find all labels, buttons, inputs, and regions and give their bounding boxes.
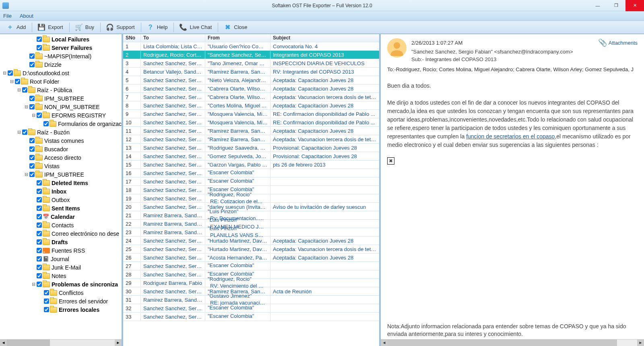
close-window-button[interactable]: ✕ — [625, 0, 644, 11]
tree-item[interactable]: 📓Journal — [0, 255, 122, 263]
tree-item[interactable]: Contacts — [0, 221, 122, 229]
tree-item[interactable]: Outbox — [0, 196, 122, 204]
tree-checkbox[interactable] — [22, 87, 27, 93]
tree-item[interactable]: Sent Items — [0, 204, 122, 212]
folder-tree[interactable]: Local FailuresServer Failures~MAPISP(Int… — [0, 34, 122, 339]
message-row[interactable]: 12Sanchez Sanchez, Sergio F..."Ramirez B… — [123, 135, 379, 144]
expand-toggle-icon[interactable]: ⊟ — [31, 113, 37, 118]
tree-checkbox[interactable] — [44, 299, 49, 304]
tree-checkbox[interactable] — [37, 231, 42, 236]
tree-checkbox[interactable] — [29, 172, 35, 177]
tree-item[interactable]: Server Failures — [0, 43, 122, 52]
tree-checkbox[interactable] — [37, 206, 42, 211]
menu-about[interactable]: About — [20, 13, 33, 19]
attachments-link[interactable]: 📎 Attachments — [598, 38, 638, 47]
message-row[interactable]: 26Sanchez Sanchez, Sergio F..."Acosta He… — [123, 253, 379, 262]
expand-toggle-icon[interactable]: ⊟ — [23, 104, 29, 109]
tree-item[interactable]: Formularios de organizac — [0, 119, 122, 128]
buy-button[interactable]: 🛒Buy — [70, 22, 99, 33]
close-button[interactable]: ✖Close — [219, 22, 252, 33]
add-button[interactable]: ＋Add — [2, 22, 30, 33]
message-row[interactable]: 6Sanchez Sanchez, Sergio F..."Cabrera Ol… — [123, 84, 379, 93]
tree-item[interactable]: Acceso directo — [0, 153, 122, 162]
message-row[interactable]: 2Rodriguez, Rocio; Cortes ..."Sanchez Sa… — [123, 51, 379, 59]
tree-checkbox[interactable] — [37, 214, 42, 219]
tree-checkbox[interactable] — [37, 189, 42, 194]
maximize-button[interactable]: ❐ — [607, 0, 625, 11]
tree-item[interactable]: Drafts — [0, 238, 122, 246]
scroll-left-icon[interactable]: ◄ — [0, 340, 7, 346]
message-row[interactable]: 7Sanchez Sanchez, Sergio F..."Cabrera Ol… — [123, 93, 379, 101]
tree-checkbox[interactable] — [44, 307, 49, 312]
tree-checkbox[interactable] — [29, 163, 35, 169]
tree-checkbox[interactable] — [29, 138, 35, 143]
body-link[interactable]: funcion de secretarios en el copaso — [466, 133, 555, 140]
tree-checkbox[interactable] — [37, 282, 42, 287]
message-row[interactable]: 17Sanchez Sanchez, Sergio F..."Escaner C… — [123, 177, 379, 186]
scroll-right-icon[interactable]: ► — [637, 340, 644, 346]
tree-checkbox[interactable] — [37, 265, 42, 270]
tree-checkbox[interactable] — [44, 290, 49, 295]
tree-checkbox[interactable] — [37, 180, 42, 185]
message-row[interactable]: 24Sanchez Sanchez, Sergio F..."Hurtado M… — [123, 237, 379, 245]
message-row[interactable]: 33Sanchez Sanchez, Sergio F..."Escaner C… — [123, 313, 379, 321]
support-button[interactable]: 🎧Support — [101, 22, 139, 33]
tree-item[interactable]: ⊟IPM_SUBTREE — [0, 170, 122, 179]
tree-checkbox[interactable] — [29, 155, 35, 160]
tree-item[interactable]: Correo electrónico no dese — [0, 229, 122, 238]
preview-h-scrollbar[interactable]: ◄ ► — [381, 339, 644, 346]
expand-toggle-icon[interactable]: ⊟ — [9, 79, 15, 84]
message-row[interactable]: 11Sanchez Sanchez, Sergio F..."Ramirez B… — [123, 127, 379, 135]
tree-item[interactable]: ⊟Root Folder — [0, 77, 122, 86]
tree-item[interactable]: ⊟NON_IPM_SUBTREE — [0, 103, 122, 111]
tree-checkbox[interactable] — [29, 146, 35, 152]
message-row[interactable]: 13Sanchez Sanchez, Sergio F..."Rodriguez… — [123, 144, 379, 152]
help-button[interactable]: ?Help — [142, 22, 172, 33]
livechat-button[interactable]: 📞Live Chat — [175, 22, 216, 33]
menu-file[interactable]: File — [3, 13, 12, 19]
message-row[interactable]: 14Sanchez Sanchez, Sergio F..."Gomez Sep… — [123, 152, 379, 161]
tree-item[interactable]: ⊟EFORMS REGISTRY — [0, 111, 122, 119]
tree-h-scrollbar[interactable]: ◄ ► — [0, 339, 122, 346]
tree-checkbox[interactable] — [8, 70, 13, 76]
tree-item[interactable]: Local Failures — [0, 35, 122, 43]
tree-checkbox[interactable] — [37, 273, 42, 278]
tree-item[interactable]: Buscador — [0, 145, 122, 153]
tree-item[interactable]: Vistas — [0, 162, 122, 170]
tree-item[interactable]: Inbox — [0, 187, 122, 196]
tree-item[interactable]: Errores del servidor — [0, 297, 122, 305]
message-list[interactable]: 1Lista Colombia; Lista Colo..."Usuario G… — [123, 42, 379, 346]
message-row[interactable]: 25Sanchez Sanchez, Sergio F..."Hurtado M… — [123, 245, 379, 253]
tree-item[interactable]: ⊟Raíz - Pública — [0, 86, 122, 94]
expand-toggle-icon[interactable]: ⊟ — [16, 87, 22, 93]
tree-checkbox[interactable] — [29, 96, 35, 101]
tree-checkbox[interactable] — [29, 104, 35, 109]
tree-item[interactable]: Fuentes RSS — [0, 246, 122, 255]
tree-checkbox[interactable] — [37, 222, 42, 228]
expand-toggle-icon[interactable]: ⊟ — [2, 70, 8, 76]
tree-checkbox[interactable] — [43, 121, 49, 126]
tree-item[interactable]: IPM_SUBTREE — [0, 94, 122, 103]
tree-checkbox[interactable] — [29, 54, 35, 59]
tree-item[interactable]: Vistas comunes — [0, 136, 122, 145]
tree-item[interactable]: ⊟D:\ost\outlookd.ost — [0, 69, 122, 77]
tree-checkbox[interactable] — [37, 248, 42, 253]
message-row[interactable]: 19Sanchez Sanchez, Sergio F..."Rodriguez… — [123, 194, 379, 203]
tree-item[interactable]: ~MAPISP(Internal) — [0, 52, 122, 60]
tree-item[interactable]: Deleted Items — [0, 179, 122, 187]
message-row[interactable]: 1Lista Colombia; Lista Colo..."Usuario G… — [123, 42, 379, 51]
minimize-button[interactable]: — — [588, 0, 607, 11]
tree-item[interactable]: Junk E-Mail — [0, 263, 122, 272]
tree-checkbox[interactable] — [37, 37, 42, 42]
message-row[interactable]: 8Sanchez Sanchez, Sergio F..."Cortes Mol… — [123, 101, 379, 110]
message-row[interactable]: 4Betancur Vallejo, Sandra ..."Ramirez Ba… — [123, 68, 379, 76]
tree-checkbox[interactable] — [29, 62, 35, 67]
tree-checkbox[interactable] — [22, 130, 27, 135]
message-row[interactable]: 23Ramirez Barrera, Sandra ..."Luis Pinzo… — [123, 228, 379, 237]
expand-toggle-icon[interactable]: ⊟ — [31, 282, 37, 287]
message-row[interactable]: 9Sanchez Sanchez, Sergio F..."Mosquera V… — [123, 110, 379, 118]
tree-checkbox[interactable] — [37, 197, 42, 202]
expand-toggle-icon[interactable]: ⊟ — [16, 130, 22, 135]
col-header-from[interactable]: From — [205, 34, 270, 42]
tree-item[interactable]: Drizzle — [0, 60, 122, 69]
